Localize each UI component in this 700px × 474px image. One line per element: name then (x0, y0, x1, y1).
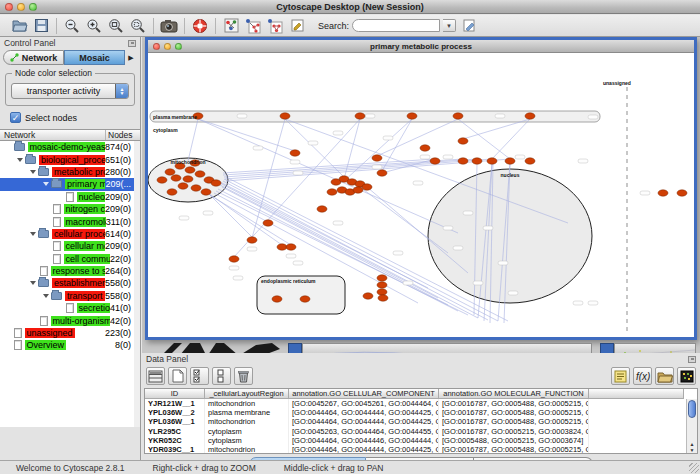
graph-node[interactable] (505, 158, 515, 164)
tree-item-response-to-stimulu[interactable]: response to stimulu264(0) (0, 265, 134, 277)
delete-attribute-icon[interactable] (234, 367, 253, 385)
table-cell[interactable]: [GO:0016787, GO:0005488, GO:0005215, G..… (439, 445, 589, 453)
table-cell[interactable]: [GO:0016787, GO:0005215, GO:0003824, G..… (439, 427, 589, 436)
expand-arrow-icon[interactable] (30, 281, 36, 285)
graph-node[interactable] (430, 158, 440, 164)
tree-item-overview[interactable]: Overview8(0) (0, 339, 134, 351)
unselect-all-attributes-icon[interactable] (212, 367, 231, 385)
help-icon[interactable] (190, 17, 210, 35)
graph-node[interactable] (355, 113, 365, 119)
layout-a-icon[interactable] (243, 17, 263, 35)
table-cell[interactable]: [GO:0044464, GO:0044444, GO:0044425, G..… (289, 408, 439, 417)
tree-item-metabolic-process[interactable]: metabolic process280(0) (0, 166, 134, 178)
graph-node[interactable] (195, 171, 205, 177)
tree-item-unassigned[interactable]: unassigned223(0) (0, 327, 134, 339)
label-icon[interactable] (611, 367, 630, 385)
table-cell[interactable]: cytoplasm (205, 436, 289, 445)
tab-network[interactable]: Network (3, 50, 64, 65)
network-view-window[interactable]: primary metabolic process (145, 37, 697, 340)
graph-node[interactable] (272, 296, 282, 302)
tree-item-multi-organism-pro[interactable]: multi-organism pro42(0) (0, 314, 134, 326)
open-icon[interactable] (9, 17, 29, 35)
table-cell[interactable]: YLR295C (145, 427, 205, 436)
graph-node[interactable] (277, 244, 287, 250)
background-window-corner[interactable] (288, 343, 302, 353)
layout-b-icon[interactable] (265, 17, 285, 35)
graph-node[interactable] (420, 145, 430, 151)
float-panel-icon[interactable] (128, 40, 136, 47)
select-all-attributes-icon[interactable] (190, 367, 209, 385)
table-cell[interactable]: [GO:0044464, GO:0044444, GO:0044425, G..… (289, 417, 439, 426)
tree-item-biological-process[interactable]: biological_process651(0) (0, 153, 134, 165)
function-builder-icon[interactable]: f(x) (633, 367, 652, 385)
save-icon[interactable] (31, 17, 51, 35)
graph-node[interactable] (487, 158, 497, 164)
graph-node[interactable] (247, 237, 257, 243)
tab-overflow-arrow[interactable]: ▶ (125, 54, 137, 62)
column-header-ID[interactable]: ID (145, 389, 205, 399)
table-cell[interactable]: plasma membrane (205, 408, 289, 417)
attribute-select-icon[interactable] (146, 367, 165, 385)
scrollbar-thumb[interactable] (688, 400, 696, 418)
tree-item-transport[interactable]: transport558(0) (0, 290, 134, 302)
table-cell[interactable]: mitochondrion (205, 399, 289, 408)
tree-item-nitrogen-compo[interactable]: nitrogen compo209(0) (0, 203, 134, 215)
table-row[interactable]: YJR121W__1mitochondrion[GO:0045267, GO:0… (145, 399, 697, 408)
matrix-icon[interactable] (677, 367, 696, 385)
table-row[interactable]: YPL036W__2plasma membrane[GO:0044464, GO… (145, 408, 697, 417)
data-panel-float-icon[interactable] (688, 356, 696, 363)
column-header-_cellularLayoutRegion[interactable]: _cellularLayoutRegion (205, 389, 289, 399)
column-header-annotation.GO MOLECULAR_FUNCTION[interactable]: annotation.GO MOLECULAR_FUNCTION (439, 389, 589, 399)
graph-node[interactable] (300, 296, 310, 302)
graph-node[interactable] (171, 175, 181, 181)
expand-arrow-icon[interactable] (30, 232, 36, 236)
tree-item-establishment-of-lo[interactable]: establishment of lo558(0) (0, 277, 134, 289)
graph-node[interactable] (372, 155, 382, 161)
tree-item-macromolecule[interactable]: macromolecule311(0) (0, 215, 134, 227)
graph-node[interactable] (157, 177, 167, 183)
search-dropdown-button[interactable]: ▼ (443, 19, 456, 32)
graph-node[interactable] (377, 282, 387, 288)
graph-node[interactable] (677, 190, 687, 196)
graph-node[interactable] (201, 189, 211, 195)
background-window-strip-2[interactable] (614, 343, 696, 353)
expand-arrow-icon[interactable] (17, 158, 23, 162)
graph-node[interactable] (525, 158, 535, 164)
zoom-in-icon[interactable] (84, 17, 104, 35)
graph-node[interactable] (211, 180, 221, 186)
graph-node[interactable] (229, 256, 239, 262)
graph-node[interactable] (472, 158, 482, 164)
snapshot-icon[interactable] (159, 17, 179, 35)
graph-node[interactable] (377, 170, 387, 176)
graph-node[interactable] (290, 150, 300, 156)
graph-edge[interactable] (225, 159, 492, 179)
graph-node[interactable] (178, 183, 188, 189)
background-window-strip[interactable] (302, 343, 592, 353)
graph-node[interactable] (453, 113, 463, 119)
graph-node[interactable] (183, 176, 193, 182)
tree-item-mosaic-demo-yeast[interactable]: mosaic-demo-yeast874(0) (0, 141, 134, 153)
zoom-selected-icon[interactable] (128, 17, 148, 35)
tree-item-primary-metabo[interactable]: primary metabo209(... (0, 178, 134, 190)
table-row[interactable]: YPL036W__1mitochondrion[GO:0044464, GO:0… (145, 417, 697, 426)
graph-node[interactable] (353, 187, 363, 193)
tree-item-cellular-metabo[interactable]: cellular metabo209(0) (0, 240, 134, 252)
tree-item-secretion[interactable]: secretion41(0) (0, 302, 134, 314)
scrollbar-arrows[interactable]: ▲▼ (687, 441, 697, 453)
search-input[interactable] (352, 19, 440, 32)
column-header-empty[interactable] (589, 389, 684, 399)
tree-item-cell-communicat[interactable]: cell communicat22(0) (0, 253, 134, 265)
graph-node[interactable] (362, 184, 372, 190)
table-cell[interactable]: [GO:0016787, GO:0005488, GO:0005215, G..… (439, 399, 589, 408)
table-cell[interactable]: [GO:0044464, GO:0044446, GO:0044444, G..… (289, 436, 439, 445)
zoom-out-icon[interactable] (62, 17, 82, 35)
tree-item-nucleobase-[interactable]: nucleobase-209(0) (0, 191, 134, 203)
graph-node[interactable] (407, 113, 417, 119)
table-row[interactable]: YDR039C__1mitochondrion[GO:0044464, GO:0… (145, 445, 697, 453)
network-canvas[interactable]: plasma membrane cytoplasm mitochondrion … (148, 53, 694, 337)
graph-node[interactable] (327, 189, 337, 195)
tab-mosaic[interactable]: Mosaic (64, 50, 125, 65)
graph-node[interactable] (165, 169, 175, 175)
graph-node[interactable] (185, 167, 195, 173)
graph-node[interactable] (378, 295, 388, 301)
